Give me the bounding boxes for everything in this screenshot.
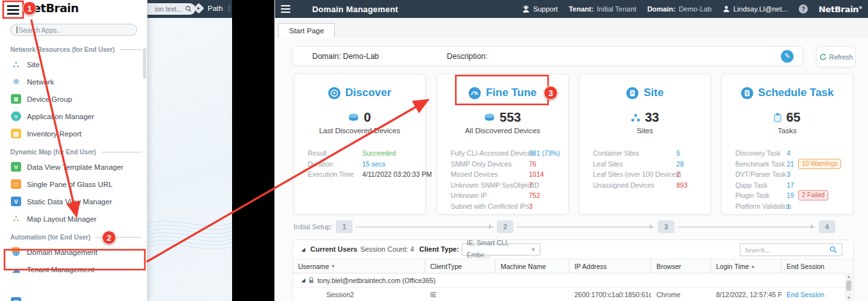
- scrollbar-thumb[interactable]: [846, 281, 851, 291]
- sidebar-item-application-manager[interactable]: ≈Application Manager: [0, 108, 147, 125]
- sidebar-item-domain-management[interactable]: ⊕Domain Management: [0, 243, 147, 261]
- stat-row: ResultSucceeded: [308, 148, 425, 159]
- stat-label: Leaf Sites (over 100 Devices): [593, 170, 676, 178]
- stat-label: Subnet with Conflicted IPs: [451, 202, 529, 210]
- sidebar-item-partial[interactable]: ▦: [0, 293, 158, 301]
- stat-row: Execution Time4/11/2022 03:20:33 PM: [308, 169, 425, 180]
- initial-setup: Initial Setup: 1234: [294, 220, 835, 234]
- card-count-label: Sites: [580, 127, 710, 134]
- stat-value: 7: [529, 181, 533, 189]
- menu-icon[interactable]: [281, 5, 290, 13]
- stat-row: Subnet with Conflicted IPs3: [451, 201, 568, 212]
- setup-step-4[interactable]: 4: [819, 220, 835, 233]
- stat-label: Unknown IP: [451, 191, 529, 199]
- edit-description-button[interactable]: ✎: [781, 50, 794, 63]
- sidebar-item-label: Map Layout Manager: [27, 215, 97, 223]
- device-group-icon: ≣: [11, 94, 21, 104]
- support-button[interactable]: Support: [522, 5, 558, 13]
- sidebar-item-label: Site: [27, 61, 40, 69]
- sidebar-item-single-pane-of-glass-url[interactable]: ∷Single Pane of Glass URL: [0, 175, 147, 193]
- help-icon[interactable]: ?: [799, 4, 808, 13]
- device-icon: [484, 113, 495, 122]
- single-pane-of-glass-url-icon: ∷: [11, 179, 21, 189]
- card-title-discover[interactable]: Discover: [294, 86, 425, 99]
- sidebar-item-tenant-management[interactable]: ☁Tenant Management: [0, 261, 147, 278]
- tenant-indicator: Tenant: Initial Tenant: [569, 5, 636, 13]
- card-count-value: 33: [645, 110, 659, 125]
- card-title-schedule-task[interactable]: Schedule Task: [722, 86, 853, 99]
- netbrain-logo: NetBrain®: [819, 4, 862, 14]
- client-type-label: Client Type:: [419, 240, 459, 259]
- refresh-button[interactable]: Refresh: [816, 46, 856, 67]
- stat-label: Discovery Task: [735, 149, 787, 157]
- user-menu[interactable]: Lindsay.LI@net...: [722, 5, 788, 13]
- step-connector-arrow: [517, 227, 655, 227]
- stat-row: Plugin Task192 Failed: [735, 190, 853, 201]
- session-count: Session Count: 4: [360, 240, 414, 259]
- column-header-browser[interactable]: Browser: [651, 259, 711, 273]
- stat-value: 17: [787, 181, 794, 189]
- text-caret: [17, 26, 17, 33]
- table-group-row[interactable]: ◢tony.biel@netbraintech.com (Office365): [293, 273, 853, 288]
- column-header-username[interactable]: Username▾: [293, 259, 425, 273]
- setup-step-1[interactable]: 1: [336, 220, 353, 233]
- card-site: Site33SitesContainer Sites5Leaf Sites28L…: [579, 74, 711, 215]
- tenant-label: Tenant:: [569, 5, 594, 13]
- card-title-site[interactable]: Site: [580, 86, 710, 99]
- setup-step-3[interactable]: 3: [658, 220, 674, 233]
- column-label: Browser: [656, 263, 681, 270]
- stat-value: 1014: [529, 170, 544, 178]
- start-page-content: Domain: Demo-Lab Description: ✎ Refresh …: [275, 37, 868, 301]
- sidebar-item-static-data-view-manager[interactable]: VStatic Data View Manager: [0, 193, 147, 210]
- column-header-machine-name[interactable]: Machine Name: [496, 259, 569, 273]
- table-scrollbar[interactable]: ▲ ▼: [845, 273, 853, 301]
- apps-search-input[interactable]: Search Apps..: [10, 24, 137, 36]
- sidebar-item-site[interactable]: ∴Site: [0, 56, 147, 73]
- support-label: Support: [533, 5, 558, 13]
- scroll-up-icon[interactable]: ▲: [847, 273, 851, 279]
- card-count-label: Tasks: [722, 127, 853, 134]
- table-search-input[interactable]: Search...: [740, 243, 842, 256]
- path-icon[interactable]: ▸: [194, 3, 204, 14]
- sidebar-item-device-group[interactable]: ≣Device Group: [0, 90, 147, 108]
- setup-step-2[interactable]: 2: [497, 220, 513, 233]
- stat-label: Execution Time: [308, 170, 362, 178]
- column-header-login-time[interactable]: Login Time▴: [711, 259, 781, 273]
- status-badge: 2 Failed: [798, 190, 829, 200]
- stat-row: Leaf Sites28: [593, 159, 710, 170]
- sidebar-item-inventory-report[interactable]: ▥Inventory Report: [0, 125, 147, 142]
- client-type-select[interactable]: IE, Smart CLI, Embe... ∨: [462, 243, 540, 256]
- stat-label: Fully CLI-Accessed Devices: [451, 149, 529, 157]
- status-badge: 10 Warnings: [798, 159, 842, 169]
- user-name: Lindsay.LI@net...: [733, 5, 788, 13]
- column-header-end-session[interactable]: End Session: [781, 259, 847, 273]
- tenant-management-icon: ☁: [11, 264, 21, 275]
- annotation-circle-2: 2: [102, 231, 116, 245]
- path-menu[interactable]: Path: [208, 4, 223, 12]
- column-header-clienttype[interactable]: ClientType: [425, 259, 496, 273]
- collapse-icon[interactable]: ◢: [301, 240, 305, 259]
- stat-row: Qapp Task17: [735, 180, 853, 191]
- column-header-ip-address[interactable]: IP Address: [569, 259, 651, 273]
- tab-start-page[interactable]: Start Page: [278, 23, 335, 38]
- end-session-link[interactable]: End Session: [781, 291, 847, 298]
- sidebar-scrollbar[interactable]: [143, 48, 146, 79]
- sidebar-item-map-layout-manager[interactable]: ∴Map Layout Manager: [0, 210, 147, 227]
- stat-row: Discovery Task4: [735, 148, 853, 159]
- sidebar-item-label: Application Manager: [27, 113, 94, 120]
- apps-menu-icon[interactable]: [7, 5, 19, 15]
- stat-row: Fully CLI-Accessed Devices391 (73%): [451, 148, 568, 159]
- stat-label: Missed Devices: [451, 170, 529, 178]
- sidebar-item-label: Static Data View Manager: [27, 198, 112, 206]
- sidebar-item-data-view-template-manager[interactable]: VData View Template Manager: [0, 158, 147, 175]
- stat-row: Unknown SNMP SysObjectID7: [451, 180, 568, 191]
- scroll-down-icon[interactable]: ▼: [847, 294, 851, 301]
- sidebar-item-network[interactable]: ❄Network: [0, 73, 147, 90]
- data-view-template-manager-icon: V: [11, 162, 21, 172]
- table-cell: 2600:1700:c1a0:1850:61d...: [569, 291, 651, 298]
- sidebar-section-label: Dynamic Map (for End User): [10, 149, 142, 156]
- partial-item-icon: [12, 247, 20, 252]
- stat-value: 2: [676, 170, 680, 178]
- domain-info-bar: Domain: Demo-Lab Description: ✎: [292, 46, 803, 66]
- stat-label: Platform Validation: [735, 202, 787, 210]
